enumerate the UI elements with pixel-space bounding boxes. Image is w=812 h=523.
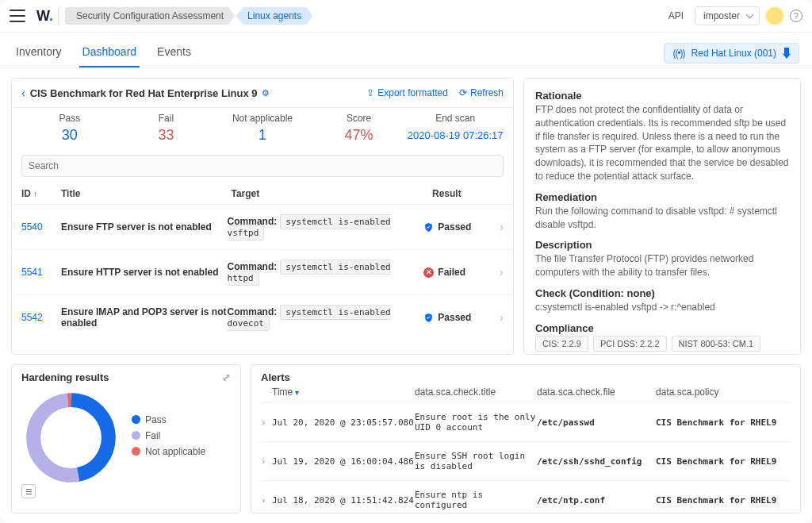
result-badge: ✕ Failed [423,267,495,278]
api-label: API [664,10,688,21]
check-id[interactable]: 5542 [21,312,61,323]
check-target: Command:systemctl is-enabled httpd [228,261,424,283]
rationale-heading: Rationale [535,90,789,102]
alert-policy: CIS Benchmark for RHEL9 [656,417,791,428]
alert-time: Jul 20, 2020 @ 23:05:57.080 [272,417,415,428]
legend-fail: Fail [132,430,205,441]
agent-badge-label: Red Hat Linux (001) [691,48,776,59]
sort-desc-icon[interactable]: ▾ [295,388,299,397]
agent-badge[interactable]: ((•)) Red Hat Linux (001) [664,43,799,63]
signal-icon: ((•)) [672,48,684,59]
legend-pass: Pass [132,414,205,425]
description-heading: Description [535,239,789,251]
check-heading: Check (Condition: none) [535,287,789,299]
benchmark-title: CIS Benchmark for Red Hat Enterprise Lin… [30,87,258,99]
export-label: Export formatted [377,87,448,98]
compliance-tag: NIST 800-53: CM.1 [672,336,761,352]
chevron-right-icon[interactable]: › [500,311,504,324]
alerts-panel: Alerts Time ▾ data.sca.check.title data.… [251,364,801,513]
check-title: Ensure FTP server is not enabled [61,221,228,233]
alert-row[interactable]: ›Jul 19, 2020 @ 16:00:04.486Ensure SSH r… [261,442,791,481]
result-badge: Passed [423,312,495,324]
shield-icon [423,312,434,324]
alerts-title: Alerts [261,371,791,383]
result-badge: Passed [423,221,495,233]
description-text: The file Transfer Protocol (FTP) provide… [535,252,789,279]
col-id[interactable]: ID [21,188,31,199]
hardening-panel: Hardening results⤢ Pass Fail Not applica… [11,364,241,513]
alert-policy: CIS Benchmark for RHEL9 [656,495,791,506]
legend-na: Not applicable [132,446,205,457]
alert-title: Ensure root is the only UID 0 account [415,412,537,433]
benchmark-panel: ‹ CIS Benchmark for Red Hat Enterprise L… [11,78,514,355]
back-chevron-icon[interactable]: ‹ [21,87,25,99]
alerts-table-header: Time ▾ data.sca.check.title data.sca.che… [261,383,791,403]
alert-row[interactable]: ›Jul 20, 2020 @ 23:05:57.080Ensure root … [261,403,791,442]
check-target: Command:systemctl is-enabled dovecot [228,306,424,329]
user-select[interactable]: imposter [695,6,760,25]
col-title[interactable]: Title [61,188,232,199]
metric-fail: Fail33 [118,113,215,144]
fail-icon: ✕ [423,267,434,278]
app-logo: W [32,8,59,25]
check-target: Command:systemctl is-enabled vsftpd [228,216,424,238]
check-detail-panel: Rationale FTP does not protect the confi… [523,78,801,355]
alert-row[interactable]: ›Jul 18, 2020 @ 11:51:42.824Ensure ntp i… [261,481,791,519]
expand-chevron-icon[interactable]: › [261,456,272,467]
alert-file: /etc/passwd [537,417,656,428]
alert-title: Ensure SSH root login is disabled [415,451,537,471]
rationale-text: FTP does not protect the confidentiality… [535,103,789,183]
compliance-tag: CIS: 2.2.9 [535,336,588,352]
remediation-text: Run the following command to disable vsf… [535,205,789,232]
col-result[interactable]: Result [432,188,504,199]
check-title: Ensure HTTP server is not enabled [61,267,228,278]
metric-score: Score47% [311,113,408,144]
alert-time: Jul 18, 2020 @ 11:51:42.824 [272,495,415,506]
shield-icon [423,221,434,233]
search-input[interactable] [21,155,504,177]
hardening-donut-chart [21,388,121,487]
alert-title: Ensure ntp is configured [415,490,537,510]
expand-icon[interactable]: ⤢ [222,371,231,383]
breadcrumb-current[interactable]: Linux agents [236,7,312,25]
check-text: c:systemctl is-enabled vsftpd -> r:^enab… [535,301,789,314]
alert-file: /etc/ssh/sshd_config [537,456,656,467]
alert-file: /etc/ntp.conf [537,495,656,506]
metric-endscan: End scan2020-08-19 07:26:17 [407,113,504,144]
gear-icon[interactable]: ⚙ [262,88,270,98]
alerts-col-file[interactable]: data.sca.check.file [537,386,656,398]
col-target[interactable]: Target [232,188,433,199]
check-title: Ensure IMAP and POP3 server is not enabl… [61,306,228,329]
metric-na: Not applicable1 [214,113,311,144]
hardening-title: Hardening results [21,371,109,383]
check-id[interactable]: 5541 [21,267,61,278]
compliance-tag: PCI DSS: 2.2.2 [593,336,667,352]
expand-chevron-icon[interactable]: › [261,417,272,428]
help-icon[interactable]: ? [790,10,802,22]
refresh-button[interactable]: ⟳ Refresh [459,87,504,98]
chevron-right-icon[interactable]: › [500,221,504,233]
alerts-col-policy[interactable]: data.sca.policy [656,386,791,398]
checks-table-header: ID ↑ Title Target Result [12,183,513,205]
tab-inventory[interactable]: Inventory [13,39,65,67]
breadcrumb-category[interactable]: Security Configuration Assessment [65,7,235,25]
refresh-label: Refresh [470,87,504,98]
check-id[interactable]: 5540 [21,221,61,233]
alerts-col-time[interactable]: Time [272,386,293,398]
chevron-right-icon[interactable]: › [500,266,504,279]
check-row[interactable]: 5540Ensure FTP server is not enabledComm… [12,205,513,250]
alerts-col-title[interactable]: data.sca.check.title [415,386,537,398]
avatar[interactable] [766,7,783,25]
check-row[interactable]: 5542Ensure IMAP and POP3 server is not e… [12,295,513,340]
export-button[interactable]: ⇪ Export formatted [366,87,448,98]
tab-events[interactable]: Events [154,39,194,67]
check-row[interactable]: 5541Ensure HTTP server is not enabledCom… [12,250,513,295]
alert-time: Jul 19, 2020 @ 16:00:04.486 [272,456,415,467]
pin-icon[interactable] [783,48,791,59]
sort-asc-icon[interactable]: ↑ [33,190,37,198]
expand-chevron-icon[interactable]: › [261,495,272,506]
menu-toggle[interactable] [10,10,25,22]
alert-policy: CIS Benchmark for RHEL9 [656,456,791,467]
metric-pass: Pass30 [21,113,118,144]
tab-dashboard[interactable]: Dashboard [79,39,140,67]
